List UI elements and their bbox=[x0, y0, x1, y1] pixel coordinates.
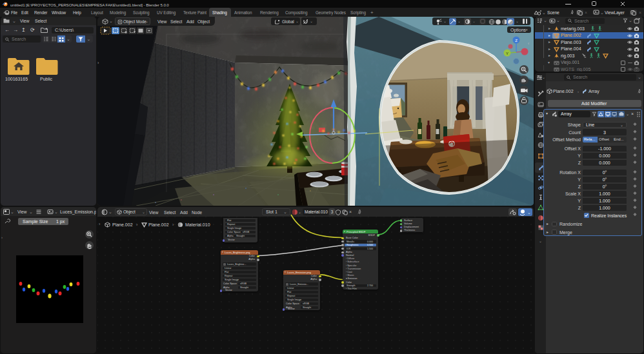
svg-text:Y: Y bbox=[506, 52, 508, 55]
svg-text:Options: Options bbox=[510, 28, 527, 33]
svg-text:Z: Z bbox=[515, 39, 518, 43]
